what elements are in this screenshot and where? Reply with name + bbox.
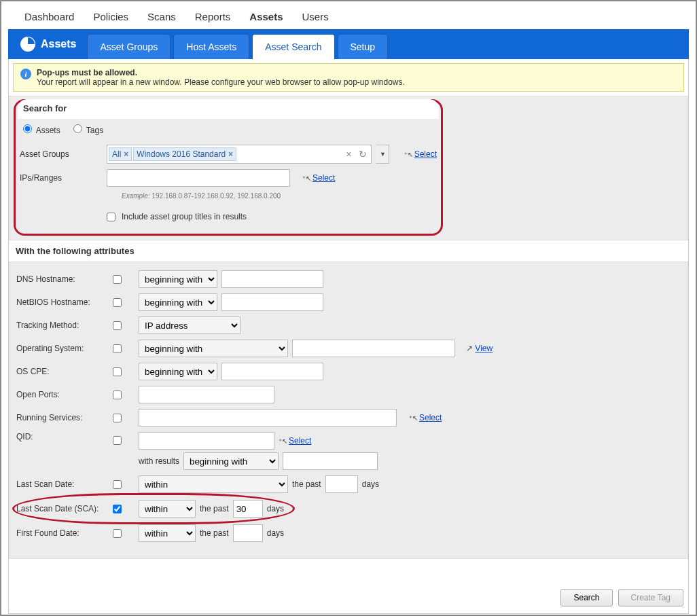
tracking-op-select[interactable]: IP address (139, 316, 240, 334)
module-header: Assets Asset Groups Host Assets Asset Se… (8, 29, 689, 59)
tab-setup[interactable]: Setup (338, 34, 389, 59)
netbios-label: NetBIOS Hostname: (16, 297, 106, 307)
services-checkbox[interactable] (113, 414, 122, 422)
firstfound-checkbox[interactable] (113, 529, 122, 538)
ips-ranges-input[interactable] (107, 169, 290, 187)
nav-scans[interactable]: Scans (147, 11, 176, 22)
radio-tags[interactable]: Tags (70, 122, 103, 135)
ips-ranges-label: IPs/Ranges (20, 173, 103, 183)
content-area: i Pop-ups must be allowed. Your report w… (8, 59, 689, 614)
dns-checkbox[interactable] (113, 275, 122, 284)
search-button[interactable]: Search (560, 589, 612, 606)
chip-win-remove-icon[interactable]: × (228, 149, 233, 159)
attributes-title: With the following attributes (9, 240, 688, 261)
lastscan-sca-thepast: the past (200, 504, 229, 513)
qid-with-results-label: with results (139, 456, 179, 466)
firstfound-label: First Found Date: (16, 528, 106, 538)
external-icon: ↗ (466, 344, 473, 353)
asset-groups-dropdown[interactable]: ▼ (376, 145, 390, 164)
nav-reports[interactable]: Reports (195, 11, 231, 22)
tracking-checkbox[interactable] (113, 321, 122, 330)
dns-op-select[interactable]: beginning with (139, 270, 217, 288)
os-view-link[interactable]: ↗ View (466, 344, 493, 353)
services-input[interactable] (139, 409, 397, 427)
openports-label: Open Ports: (16, 390, 106, 399)
pie-icon (20, 37, 35, 52)
lastscan-sca-label: Last Scan Date (SCA): (16, 504, 106, 513)
openports-input[interactable] (139, 386, 274, 403)
search-for-panel: Search for Assets Tags Asset Groups All … (14, 99, 443, 236)
chip-all[interactable]: All × (109, 147, 132, 161)
cursor-icon: ⁺↖ (404, 151, 413, 158)
banner-title: Pop-ups must be allowed. (37, 68, 405, 77)
cursor-icon: ⁺↖ (409, 414, 418, 422)
netbios-value-input[interactable] (221, 293, 323, 311)
tab-asset-search[interactable]: Asset Search (252, 34, 334, 59)
popup-banner: i Pop-ups must be allowed. Your report w… (13, 63, 684, 92)
oscpe-op-select[interactable]: beginning with (139, 363, 217, 380)
qid-label: QID: (16, 432, 106, 441)
services-label: Running Services: (16, 413, 106, 422)
tab-host-assets[interactable]: Host Assets (173, 34, 249, 59)
qid-select-link[interactable]: ⁺↖Select (279, 436, 311, 446)
lastscan-sca-op-select[interactable]: within (139, 500, 196, 518)
chip-windows-2016[interactable]: Windows 2016 Standard × (133, 147, 236, 161)
oscpe-value-input[interactable] (221, 363, 323, 380)
lastscan-days: days (362, 479, 379, 489)
radio-assets[interactable]: Assets (20, 122, 60, 135)
netbios-op-select[interactable]: beginning with (139, 293, 217, 311)
clear-icon[interactable]: × (343, 149, 354, 160)
ips-ranges-select-link[interactable]: ⁺↖Select (302, 173, 335, 183)
netbios-checkbox[interactable] (113, 298, 122, 307)
qid-value2-input[interactable] (283, 452, 378, 470)
cursor-icon: ⁺↖ (279, 437, 287, 445)
oscpe-checkbox[interactable] (113, 367, 122, 376)
dns-value-input[interactable] (221, 270, 323, 288)
lastscan-thepast: the past (292, 479, 321, 489)
os-checkbox[interactable] (113, 344, 122, 353)
os-value-input[interactable] (292, 340, 455, 357)
firstfound-op-select[interactable]: within (139, 524, 196, 542)
footer-actions: Search Create Tag (560, 589, 683, 606)
lastscan-sca-row: Last Scan Date (SCA): within the past da… (16, 497, 284, 520)
module-tabs: Asset Groups Host Assets Asset Search Se… (87, 29, 388, 59)
lastscan-sca-checkbox[interactable] (113, 505, 122, 513)
services-select-link[interactable]: ⁺↖Select (409, 413, 442, 422)
asset-groups-input[interactable]: All × Windows 2016 Standard × × ↻ (107, 145, 372, 164)
nav-policies[interactable]: Policies (93, 11, 128, 22)
qid-op-select[interactable]: beginning with (183, 452, 279, 470)
asset-groups-label: Asset Groups (20, 149, 103, 159)
nav-dashboard[interactable]: Dashboard (24, 11, 74, 22)
firstfound-value-input[interactable] (233, 524, 263, 542)
ips-example-text: Example: 192.168.0.87-192.168.0.92, 192.… (122, 192, 437, 200)
oscpe-label: OS CPE: (16, 367, 106, 376)
os-op-select[interactable]: beginning with (139, 340, 288, 357)
lastscan-checkbox[interactable] (113, 480, 122, 489)
module-title: Assets (41, 38, 76, 50)
firstfound-days: days (267, 528, 284, 538)
tracking-label: Tracking Method: (16, 321, 106, 330)
qid-input[interactable] (139, 432, 274, 450)
chip-all-remove-icon[interactable]: × (124, 149, 128, 159)
lastscan-sca-value-input[interactable] (233, 500, 263, 518)
nav-assets[interactable]: Assets (249, 11, 283, 22)
create-tag-button[interactable]: Create Tag (618, 589, 683, 606)
refresh-icon[interactable]: ↻ (356, 149, 370, 160)
banner-text: Your report will appear in a new window.… (37, 77, 405, 87)
qid-checkbox[interactable] (113, 436, 122, 445)
include-titles-checkbox[interactable] (107, 213, 115, 221)
attributes-panel: DNS Hostname: beginning with NetBIOS Hos… (9, 261, 688, 559)
asset-groups-select-link[interactable]: ⁺↖Select (404, 149, 437, 159)
lastscan-op-select[interactable]: within (139, 475, 288, 493)
nav-users[interactable]: Users (302, 11, 329, 22)
include-titles-label: Include asset group titles in results (122, 212, 247, 221)
lastscan-label: Last Scan Date: (16, 479, 106, 489)
os-label: Operating System: (16, 344, 106, 353)
tab-asset-groups[interactable]: Asset Groups (87, 34, 171, 59)
search-for-title: Search for (22, 101, 435, 117)
ips-ranges-row: IPs/Ranges ⁺↖Select (20, 166, 437, 189)
module-brand: Assets (20, 29, 87, 59)
lastscan-value-input[interactable] (325, 475, 358, 493)
dns-label: DNS Hostname: (16, 274, 106, 284)
openports-checkbox[interactable] (113, 391, 122, 399)
